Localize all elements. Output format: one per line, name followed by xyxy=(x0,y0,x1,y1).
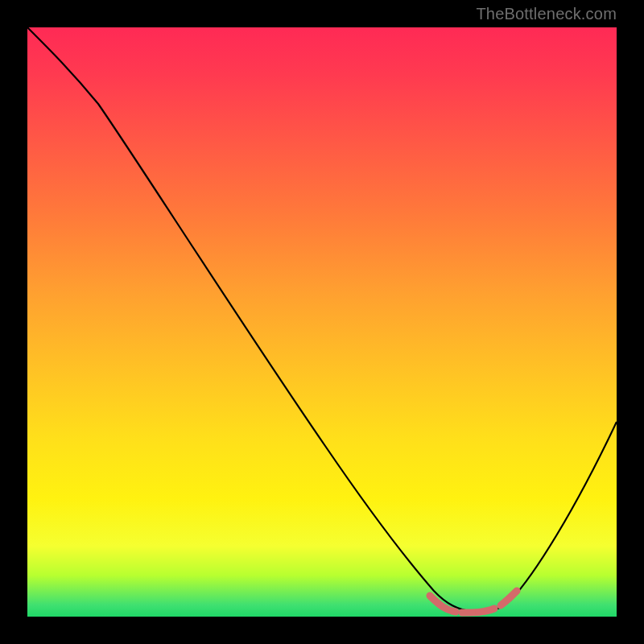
highlight-flat-region-c xyxy=(501,591,517,605)
bottleneck-curve xyxy=(27,27,617,612)
curve-layer xyxy=(27,27,617,617)
highlight-dot xyxy=(476,610,481,616)
chart-frame: TheBottleneck.com xyxy=(0,0,644,644)
plot-area xyxy=(27,27,617,617)
watermark-text: TheBottleneck.com xyxy=(476,5,617,23)
